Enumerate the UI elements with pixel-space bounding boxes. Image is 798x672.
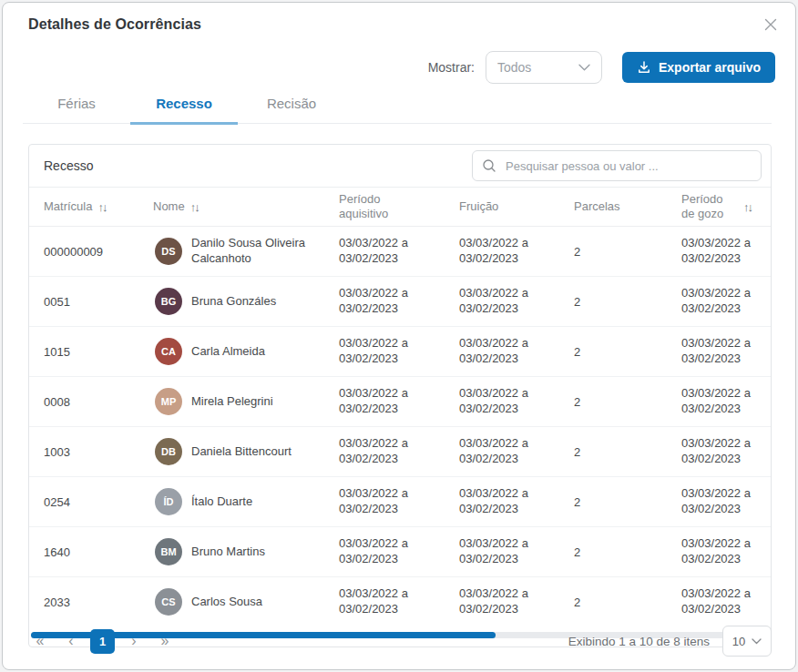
cell-nome: MP Mirela Pelegrini: [153, 388, 339, 415]
download-icon: [637, 60, 651, 75]
cell-parcelas: 2: [574, 596, 681, 609]
cell-fruicao: 03/03/2022 a 03/02/2023: [459, 536, 574, 567]
cell-periodo-aquisitivo: 03/03/2022 a 03/02/2023: [339, 336, 459, 367]
table-row: 0254 ÍD Ítalo Duarte 03/03/2022 a 03/02/…: [29, 477, 771, 527]
search-input[interactable]: [504, 158, 752, 174]
cell-nome: BM Bruno Martins: [153, 538, 339, 565]
avatar: DS: [155, 238, 182, 265]
cell-fruicao: 03/03/2022 a 03/02/2023: [459, 336, 574, 367]
cell-parcelas: 2: [574, 495, 681, 509]
employee-name: Ítalo Duarte: [191, 494, 252, 510]
tab-recisao[interactable]: Recisão: [238, 90, 345, 125]
column-header-periodo-aquisitivo: Período aquisitivo: [339, 192, 459, 222]
tab-bar: Férias Recesso Recisão: [23, 90, 772, 124]
cell-periodo-gozo: 03/03/2022 a 03/02/2023: [681, 386, 771, 417]
sort-icon[interactable]: ↑↓: [743, 200, 752, 214]
employee-name: Daniela Bittencourt: [191, 444, 292, 460]
column-header-fruicao: Fruição: [459, 199, 574, 214]
employee-name: Danilo Sousa Oliveira Calcanhoto: [191, 236, 328, 267]
table-row: 1015 CA Carla Almeida 03/03/2022 a 03/02…: [29, 327, 771, 377]
page-title: Detalhes de Ocorrências: [28, 16, 201, 33]
cell-fruicao: 03/03/2022 a 03/02/2023: [459, 236, 574, 267]
close-button[interactable]: [761, 15, 781, 35]
table-row: 000000009 DS Danilo Sousa Oliveira Calca…: [29, 227, 771, 277]
table-section-title: Recesso: [44, 158, 93, 173]
column-header-parcelas: Parcelas: [574, 199, 681, 214]
export-file-button[interactable]: Exportar arquivo: [622, 52, 775, 83]
cell-periodo-gozo: 03/03/2022 a 03/02/2023: [681, 286, 771, 317]
show-filter-select[interactable]: Todos: [486, 51, 602, 84]
pager: « ‹ 1 › »: [28, 629, 177, 654]
column-header-periodo-gozo[interactable]: Período de gozo ↑↓: [681, 192, 771, 222]
pager-right: Exibindo 1 a 10 de 8 itens 10: [568, 626, 772, 657]
table-row: 2033 CS Carlos Sousa 03/03/2022 a 03/02/…: [29, 577, 771, 626]
avatar: CA: [155, 338, 182, 365]
cell-periodo-gozo: 03/03/2022 a 03/02/2023: [681, 236, 771, 267]
cell-matricula: 2033: [29, 596, 153, 609]
cell-matricula: 0051: [29, 295, 153, 309]
avatar: ÍD: [155, 488, 182, 515]
show-filter-label: Mostrar:: [428, 60, 475, 75]
cell-nome: ÍD Ítalo Duarte: [153, 488, 339, 515]
cell-matricula: 0008: [29, 395, 153, 409]
page-number-button[interactable]: 1: [90, 629, 115, 654]
cell-fruicao: 03/03/2022 a 03/02/2023: [459, 386, 574, 417]
cell-fruicao: 03/03/2022 a 03/02/2023: [459, 436, 574, 467]
cell-periodo-aquisitivo: 03/03/2022 a 03/02/2023: [339, 386, 459, 417]
cell-periodo-gozo: 03/03/2022 a 03/02/2023: [681, 336, 771, 367]
employee-name: Carla Almeida: [191, 344, 265, 360]
table-body: 000000009 DS Danilo Sousa Oliveira Calca…: [29, 227, 771, 626]
chevron-down-icon: [752, 638, 762, 645]
cell-periodo-aquisitivo: 03/03/2022 a 03/02/2023: [339, 286, 459, 317]
pagination-row: « ‹ 1 › » Exibindo 1 a 10 de 8 itens 10: [28, 626, 772, 657]
cell-parcelas: 2: [574, 445, 681, 459]
tab-ferias[interactable]: Férias: [23, 90, 130, 125]
column-header-nome[interactable]: Nome ↑↓: [153, 199, 339, 214]
items-summary: Exibindo 1 a 10 de 8 itens: [568, 635, 710, 648]
cell-periodo-gozo: 03/03/2022 a 03/02/2023: [681, 486, 771, 517]
previous-page-button[interactable]: ‹: [59, 629, 83, 653]
cell-parcelas: 2: [574, 545, 681, 559]
search-box: [472, 150, 762, 181]
cell-nome: DB Daniela Bittencourt: [153, 438, 339, 465]
cell-periodo-gozo: 03/03/2022 a 03/02/2023: [681, 436, 771, 467]
cell-parcelas: 2: [574, 245, 681, 259]
table-card: Recesso Matrícula ↑↓ Nome ↑↓ Período aqu…: [28, 144, 772, 647]
employee-name: Bruna Gonzáles: [191, 294, 276, 310]
search-icon: [482, 158, 496, 173]
page-size-select[interactable]: 10: [722, 626, 772, 657]
table-header-row: Matrícula ↑↓ Nome ↑↓ Período aquisitivo …: [29, 188, 771, 227]
table-row: 1003 DB Daniela Bittencourt 03/03/2022 a…: [29, 427, 771, 477]
cell-nome: DS Danilo Sousa Oliveira Calcanhoto: [153, 236, 339, 267]
employee-name: Carlos Sousa: [191, 595, 262, 610]
cell-matricula: 1003: [29, 445, 153, 459]
avatar: CS: [155, 588, 182, 616]
tab-recesso[interactable]: Recesso: [130, 90, 238, 125]
show-filter-value: Todos: [497, 60, 531, 75]
avatar: BG: [155, 288, 182, 315]
cell-periodo-gozo: 03/03/2022 a 03/02/2023: [681, 586, 771, 617]
sort-icon[interactable]: ↑↓: [190, 200, 199, 214]
cell-periodo-aquisitivo: 03/03/2022 a 03/02/2023: [339, 436, 459, 467]
next-page-button[interactable]: ›: [122, 629, 146, 653]
table-row: 0051 BG Bruna Gonzáles 03/03/2022 a 03/0…: [29, 277, 771, 327]
sort-icon[interactable]: ↑↓: [97, 200, 106, 214]
cell-fruicao: 03/03/2022 a 03/02/2023: [459, 486, 574, 517]
table-row: 0008 MP Mirela Pelegrini 03/03/2022 a 03…: [29, 377, 771, 427]
column-header-matricula[interactable]: Matrícula ↑↓: [29, 199, 153, 214]
cell-periodo-aquisitivo: 03/03/2022 a 03/02/2023: [339, 236, 459, 267]
first-page-button[interactable]: «: [28, 629, 52, 653]
avatar: MP: [155, 388, 182, 415]
chevron-down-icon: [578, 64, 590, 71]
cell-periodo-aquisitivo: 03/03/2022 a 03/02/2023: [339, 536, 459, 567]
cell-matricula: 1640: [29, 545, 153, 559]
cell-parcelas: 2: [574, 295, 681, 309]
cell-matricula: 0254: [29, 495, 153, 509]
cell-periodo-aquisitivo: 03/03/2022 a 03/02/2023: [339, 586, 459, 617]
cell-fruicao: 03/03/2022 a 03/02/2023: [459, 286, 574, 317]
last-page-button[interactable]: »: [153, 629, 177, 653]
cell-fruicao: 03/03/2022 a 03/02/2023: [459, 586, 574, 617]
cell-matricula: 000000009: [29, 245, 153, 259]
page-size-value: 10: [732, 635, 745, 648]
occurrences-modal: Detalhes de Ocorrências Mostrar: Todos E…: [2, 2, 796, 670]
